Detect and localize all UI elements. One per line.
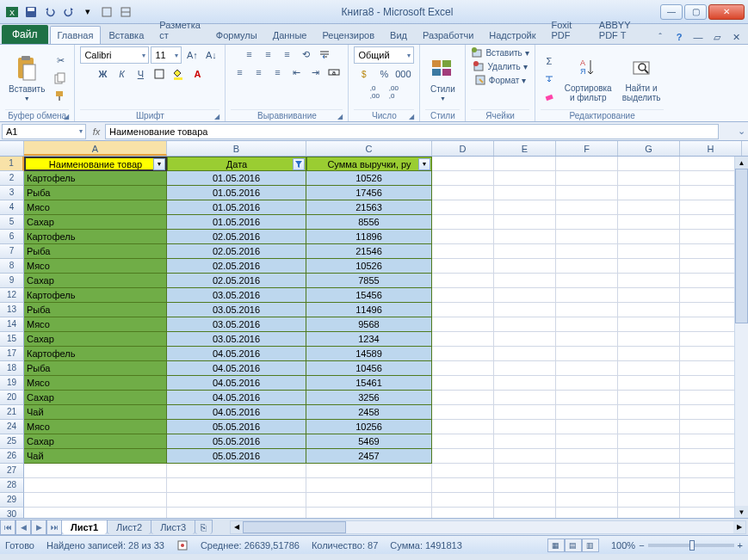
cell[interactable] (494, 332, 556, 347)
select-all-corner[interactable] (0, 141, 24, 156)
cell[interactable] (556, 332, 618, 347)
cell[interactable] (432, 215, 494, 230)
cell[interactable] (432, 420, 494, 434)
cell[interactable]: 02.05.2016 (167, 274, 306, 288)
cell[interactable] (24, 464, 167, 478)
doc-restore-icon[interactable]: ▱ (710, 30, 724, 44)
font-color-icon[interactable]: A (189, 66, 206, 82)
cell[interactable]: 04.05.2016 (167, 405, 306, 420)
cell[interactable] (432, 464, 494, 478)
cell[interactable] (556, 288, 618, 303)
help-icon[interactable]: ? (672, 30, 686, 44)
cell[interactable] (432, 347, 494, 361)
cell[interactable]: 01.05.2016 (167, 186, 306, 200)
fx-icon[interactable]: fx (88, 126, 105, 137)
cell[interactable] (494, 493, 556, 508)
cell[interactable]: Мясо (24, 420, 167, 434)
cell[interactable] (556, 376, 618, 391)
cell[interactable] (556, 274, 618, 288)
cell[interactable] (618, 449, 680, 464)
clear-icon[interactable] (541, 88, 558, 103)
cell[interactable] (618, 303, 680, 317)
cell[interactable]: 02.05.2016 (167, 230, 306, 244)
cells-delete-icon[interactable]: Удалить ▾ (473, 60, 527, 72)
row-header[interactable]: 27 (0, 464, 24, 478)
bold-button[interactable]: Ж (94, 66, 111, 82)
cell[interactable]: 2457 (306, 449, 432, 464)
cell[interactable] (618, 200, 680, 215)
cell[interactable] (494, 405, 556, 420)
redo-icon[interactable] (60, 3, 77, 21)
cell[interactable] (618, 317, 680, 332)
hscroll-left-icon[interactable]: ◀ (231, 521, 243, 533)
cell[interactable] (432, 303, 494, 317)
comma-icon[interactable]: 000 (394, 66, 411, 82)
cell[interactable] (494, 391, 556, 405)
cell[interactable] (618, 186, 680, 200)
cell[interactable] (618, 508, 680, 518)
cell[interactable] (306, 493, 432, 508)
cell[interactable]: 2458 (306, 405, 432, 420)
cell[interactable] (680, 464, 742, 478)
formula-expand-icon[interactable]: ⌄ (734, 126, 748, 137)
close-button[interactable]: ✕ (708, 4, 745, 20)
cell[interactable] (494, 376, 556, 391)
cell[interactable] (618, 244, 680, 259)
cell[interactable]: 5469 (306, 434, 432, 449)
cell[interactable]: 9568 (306, 317, 432, 332)
scroll-down-icon[interactable]: ▼ (735, 506, 748, 518)
inc-decimal-icon[interactable]: ,0,00 (366, 84, 383, 100)
undo-icon[interactable] (41, 3, 59, 21)
cell[interactable]: 10526 (306, 259, 432, 274)
cell[interactable]: 01.05.2016 (167, 215, 306, 230)
row-header[interactable]: 29 (0, 493, 24, 508)
cell[interactable] (556, 317, 618, 332)
tab-foxit[interactable]: Foxit PDF (544, 15, 591, 44)
col-F[interactable]: F (556, 141, 618, 156)
col-G[interactable]: G (618, 141, 680, 156)
zoom-level[interactable]: 100% (611, 540, 635, 551)
cell[interactable] (494, 361, 556, 376)
filter-icon[interactable]: ▼ (153, 158, 165, 170)
cells-insert-icon[interactable]: Вставить ▾ (471, 46, 529, 58)
tab-developer[interactable]: Разработчи (415, 26, 481, 44)
cell[interactable]: 3256 (306, 391, 432, 405)
cell[interactable] (432, 493, 494, 508)
cell[interactable] (432, 317, 494, 332)
cell[interactable] (432, 230, 494, 244)
cell[interactable] (680, 171, 742, 186)
cell[interactable] (680, 186, 742, 200)
cell[interactable] (680, 259, 742, 274)
cell[interactable]: 02.05.2016 (167, 244, 306, 259)
cell[interactable] (494, 186, 556, 200)
hscroll-right-icon[interactable]: ▶ (733, 521, 745, 533)
tab-home[interactable]: Главная (50, 26, 102, 44)
row-header[interactable]: 4 (0, 200, 24, 215)
tab-formulas[interactable]: Формулы (208, 26, 265, 44)
col-C[interactable]: C (306, 141, 432, 156)
excel-icon[interactable]: X (3, 3, 21, 21)
align-top-icon[interactable]: ≡ (240, 46, 257, 62)
horizontal-scrollbar[interactable]: ◀ ▶ (230, 520, 746, 534)
col-B[interactable]: B (167, 141, 306, 156)
cell[interactable] (556, 244, 618, 259)
cell[interactable]: 04.05.2016 (167, 361, 306, 376)
cell[interactable] (432, 478, 494, 493)
dec-decimal-icon[interactable]: ,00,0 (385, 84, 402, 100)
cell[interactable] (556, 361, 618, 376)
cell[interactable]: 21546 (306, 244, 432, 259)
cell[interactable]: 7855 (306, 274, 432, 288)
doc-min-icon[interactable]: — (691, 30, 705, 44)
cell[interactable] (494, 274, 556, 288)
filter-icon[interactable] (293, 158, 305, 170)
row-header[interactable]: 13 (0, 303, 24, 317)
cell[interactable] (680, 317, 742, 332)
copy-icon[interactable] (52, 71, 69, 86)
cell[interactable] (680, 449, 742, 464)
cut-icon[interactable]: ✂ (52, 53, 69, 69)
cell[interactable] (680, 405, 742, 420)
cell[interactable]: Мясо (24, 317, 167, 332)
cell[interactable] (618, 391, 680, 405)
formula-input[interactable]: Наименование товара (105, 124, 719, 139)
cell[interactable] (306, 464, 432, 478)
